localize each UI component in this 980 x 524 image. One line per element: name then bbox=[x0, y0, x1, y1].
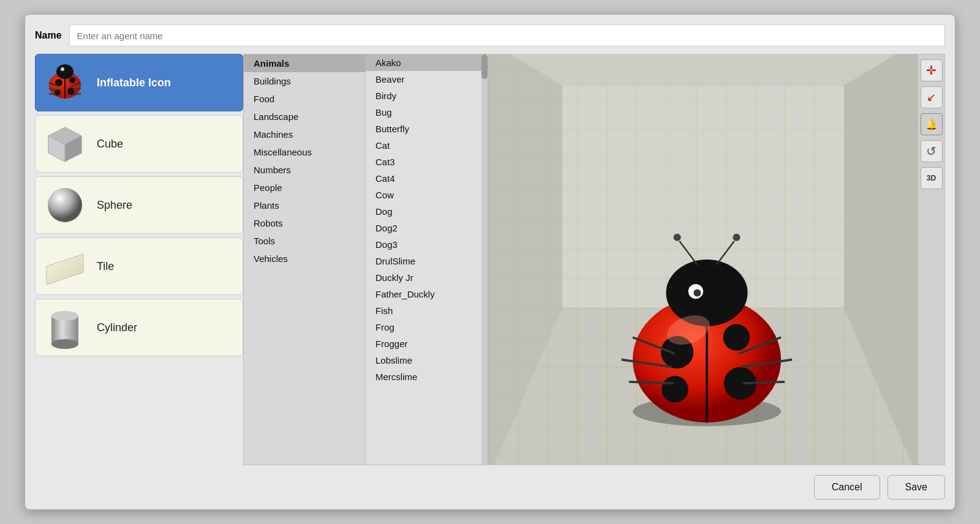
svg-marker-20 bbox=[47, 254, 83, 285]
cancel-button[interactable]: Cancel bbox=[814, 475, 880, 500]
name-input[interactable] bbox=[69, 24, 945, 47]
refresh-tool-button[interactable]: ↺ bbox=[921, 140, 943, 162]
animal-item-mercslime[interactable]: Mercslime bbox=[366, 369, 488, 385]
category-panel: Animals Buildings Food Landscape Machine… bbox=[243, 54, 366, 465]
animal-item-fish[interactable]: Fish bbox=[366, 302, 488, 319]
animal-item-lobslime[interactable]: Lobslime bbox=[366, 352, 488, 369]
move-icon: ✛ bbox=[926, 63, 937, 78]
animal-item-dog3[interactable]: Dog3 bbox=[366, 236, 488, 253]
view-3d-button[interactable]: 3D bbox=[921, 167, 943, 189]
animal-item-birdy[interactable]: Birdy bbox=[366, 88, 488, 104]
agent-thumb-cylinder bbox=[40, 303, 89, 352]
scrollbar-thumb[interactable] bbox=[481, 54, 488, 79]
cube-svg bbox=[43, 122, 86, 165]
move-tool-button[interactable]: ✛ bbox=[921, 59, 943, 81]
agent-name-tile: Tile bbox=[97, 260, 114, 273]
svg-line-47 bbox=[743, 382, 785, 383]
svg-point-19 bbox=[48, 188, 82, 222]
svg-line-44 bbox=[629, 382, 674, 383]
category-item-buildings[interactable]: Buildings bbox=[244, 72, 365, 90]
animal-item-frogger[interactable]: Frogger bbox=[366, 335, 488, 352]
animal-item-akako[interactable]: Akako bbox=[366, 54, 488, 71]
agent-name-cube: Cube bbox=[97, 138, 123, 151]
agent-item-sphere[interactable]: Sphere bbox=[35, 176, 243, 234]
agent-thumb-cube bbox=[40, 119, 89, 168]
svg-point-51 bbox=[733, 234, 740, 241]
animal-panel: Akako Beaver Birdy Bug Butterfly Cat Cat… bbox=[366, 54, 488, 465]
toolbar-right: ✛ ↙ 🔔 ↺ 3D bbox=[918, 54, 945, 465]
category-item-robots[interactable]: Robots bbox=[244, 214, 365, 232]
svg-point-14 bbox=[61, 67, 64, 71]
name-label: Name bbox=[35, 30, 62, 41]
bell-tool-button[interactable]: 🔔 bbox=[921, 113, 943, 135]
animal-item-cat3[interactable]: Cat3 bbox=[366, 154, 488, 170]
agent-item-cylinder[interactable]: Cylinder bbox=[35, 299, 243, 356]
bell-icon: 🔔 bbox=[925, 119, 938, 130]
category-item-plants[interactable]: Plants bbox=[244, 196, 365, 214]
category-item-landscape[interactable]: Landscape bbox=[244, 108, 365, 125]
animal-item-cat[interactable]: Cat bbox=[366, 137, 488, 154]
agent-thumb-sphere bbox=[40, 181, 89, 230]
cylinder-svg bbox=[47, 306, 83, 349]
agent-item-cube[interactable]: Cube bbox=[35, 115, 243, 173]
scrollbar-track bbox=[481, 54, 488, 465]
view-3d-label: 3D bbox=[927, 174, 936, 182]
save-button[interactable]: Save bbox=[888, 475, 945, 500]
animal-item-frog[interactable]: Frog bbox=[366, 319, 488, 335]
agent-thumb-inflatable bbox=[40, 58, 89, 107]
animal-item-cat4[interactable]: Cat4 bbox=[366, 170, 488, 187]
animal-item-father-duckly[interactable]: Father_Duckly bbox=[366, 286, 488, 302]
svg-point-4 bbox=[69, 77, 75, 83]
agent-item-inflatable[interactable]: Inflatable Icon bbox=[35, 54, 243, 111]
agent-type-list: Inflatable Icon Cube bbox=[35, 54, 243, 465]
animal-item-drulslime[interactable]: DrulSlime bbox=[366, 253, 488, 269]
main-content: Inflatable Icon Cube bbox=[35, 54, 945, 465]
down-icon: ↙ bbox=[927, 91, 936, 104]
category-item-vehicles[interactable]: Vehicles bbox=[244, 250, 365, 268]
animal-item-dog2[interactable]: Dog2 bbox=[366, 220, 488, 236]
agent-name-sphere: Sphere bbox=[97, 199, 132, 212]
category-item-numbers[interactable]: Numbers bbox=[244, 161, 365, 179]
animal-item-dog[interactable]: Dog bbox=[366, 203, 488, 220]
category-item-food[interactable]: Food bbox=[244, 90, 365, 108]
svg-point-49 bbox=[674, 234, 681, 241]
agent-item-tile[interactable]: Tile bbox=[35, 238, 243, 295]
agent-name-inflatable: Inflatable Icon bbox=[97, 77, 171, 89]
svg-point-22 bbox=[51, 339, 78, 349]
name-row: Name bbox=[35, 24, 945, 47]
svg-point-39 bbox=[662, 376, 688, 403]
agent-thumb-tile bbox=[40, 242, 89, 291]
preview-panel bbox=[488, 54, 918, 465]
refresh-icon: ↺ bbox=[926, 144, 937, 159]
inflatable-icon-svg bbox=[40, 58, 89, 107]
category-item-machines[interactable]: Machines bbox=[244, 125, 365, 143]
animal-item-bug[interactable]: Bug bbox=[366, 104, 488, 121]
category-item-miscellaneous[interactable]: Miscellaneous bbox=[244, 143, 365, 161]
preview-3d-scene bbox=[488, 54, 918, 465]
down-tool-button[interactable]: ↙ bbox=[921, 86, 943, 108]
bottom-row: Cancel Save bbox=[35, 473, 945, 500]
svg-point-38 bbox=[723, 324, 750, 351]
animal-item-beaver[interactable]: Beaver bbox=[366, 71, 488, 88]
animal-item-butterfly[interactable]: Butterfly bbox=[366, 121, 488, 137]
svg-point-6 bbox=[67, 88, 75, 95]
dialog: Name bbox=[24, 14, 956, 510]
animal-item-duckly-jr[interactable]: Duckly Jr bbox=[366, 269, 488, 286]
sphere-svg bbox=[43, 184, 86, 226]
category-item-animals[interactable]: Animals bbox=[244, 54, 365, 72]
svg-point-23 bbox=[51, 311, 78, 321]
category-item-tools[interactable]: Tools bbox=[244, 232, 365, 250]
agent-name-cylinder: Cylinder bbox=[97, 321, 137, 334]
animal-item-cow[interactable]: Cow bbox=[366, 187, 488, 203]
svg-point-53 bbox=[693, 289, 701, 296]
tile-svg bbox=[40, 248, 89, 285]
category-item-people[interactable]: People bbox=[244, 179, 365, 196]
